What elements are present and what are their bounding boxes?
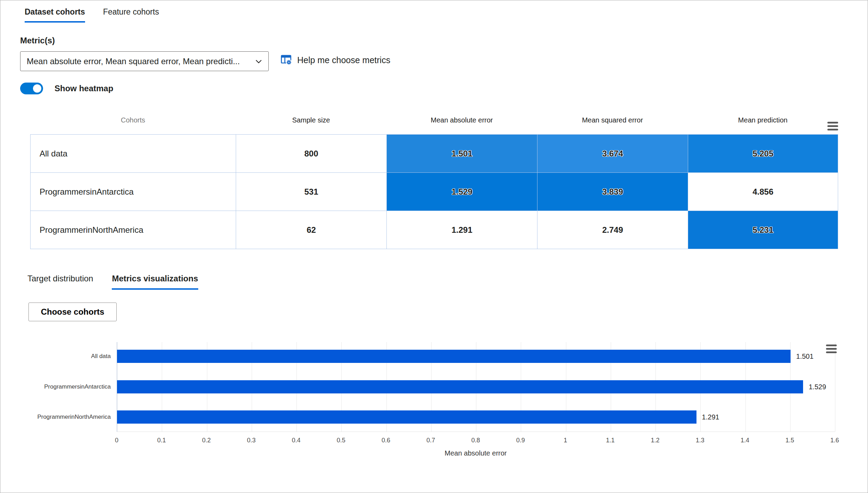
metrics-dropdown-value: Mean absolute error, Mean squared error,…	[27, 57, 240, 66]
cohort-heatmap-table: All data8001.5013.6745.205ProgrammersinA…	[30, 134, 838, 249]
x-tick-label: 0.9	[516, 437, 525, 444]
table-row-metric-value: 5.205	[688, 135, 838, 173]
cohort-table-header: Cohorts Sample size Mean absolute error …	[30, 116, 838, 124]
bar-value-label: 1.529	[809, 380, 826, 393]
table-row-metric-value: 4.856	[688, 173, 838, 211]
table-row-sample-size: 800	[236, 135, 387, 173]
x-tick-label: 0.4	[292, 437, 300, 444]
x-tick-label: 1.3	[696, 437, 704, 444]
table-row-metric-value: 1.501	[387, 135, 537, 173]
tab-metrics-visualizations[interactable]: Metrics visualizations	[112, 274, 198, 290]
x-tick-label: 1	[564, 437, 567, 444]
chart-bar[interactable]	[117, 410, 696, 424]
hamburger-menu-icon	[826, 345, 837, 346]
chart-menu-button[interactable]	[826, 345, 837, 353]
visualization-tab-bar: Target distribution Metrics visualizatio…	[27, 274, 198, 290]
table-row-metric-value: 1.291	[387, 211, 537, 249]
column-header-mean-prediction: Mean prediction	[688, 116, 838, 124]
x-tick-label: 1.6	[830, 437, 839, 444]
x-tick-label: 0.3	[247, 437, 256, 444]
hamburger-menu-icon	[826, 348, 837, 350]
toggle-knob	[33, 84, 41, 93]
chart-x-axis-ticks: 00.10.20.30.40.50.60.70.80.911.11.21.31.…	[117, 437, 835, 446]
x-tick-label: 1.5	[785, 437, 794, 444]
top-tab-bar: Dataset cohorts Feature cohorts	[25, 7, 159, 23]
y-category-label: ProgrammerinNorthAmerica	[21, 414, 111, 420]
hamburger-menu-icon	[827, 122, 838, 124]
bar-chart-plot-area: 1.5011.5291.291	[117, 342, 835, 432]
x-tick-label: 0	[115, 437, 118, 444]
table-row-cohort-name: ProgrammersinAntarctica	[31, 173, 236, 211]
chart-x-axis-title: Mean absolute error	[117, 449, 835, 457]
hamburger-menu-icon	[827, 129, 838, 130]
x-tick-label: 0.5	[337, 437, 345, 444]
table-row-metric-value: 5.231	[688, 211, 838, 249]
column-header-mae: Mean absolute error	[386, 116, 537, 124]
x-tick-label: 1.4	[741, 437, 749, 444]
metrics-label: Metric(s)	[20, 36, 55, 45]
table-menu-button[interactable]	[827, 122, 838, 130]
metrics-dropdown[interactable]: Mean absolute error, Mean squared error,…	[20, 51, 269, 71]
bar-value-label: 1.291	[702, 410, 719, 424]
x-tick-label: 0.7	[426, 437, 435, 444]
x-tick-label: 1.2	[651, 437, 659, 444]
x-tick-label: 1.1	[606, 437, 615, 444]
chart-bar[interactable]	[117, 350, 791, 363]
column-header-sample-size: Sample size	[236, 116, 386, 124]
hamburger-menu-icon	[826, 351, 837, 353]
x-tick-label: 0.8	[471, 437, 480, 444]
table-row-sample-size: 531	[236, 173, 387, 211]
tab-dataset-cohorts[interactable]: Dataset cohorts	[25, 7, 85, 23]
table-row-metric-value: 3.674	[537, 135, 688, 173]
chevron-down-icon	[254, 57, 264, 68]
bar-value-label: 1.501	[796, 350, 813, 363]
chart-y-axis-labels: All dataProgrammersinAntarcticaProgramme…	[21, 342, 111, 432]
dataset-cohorts-page: Dataset cohorts Feature cohorts Metric(s…	[0, 0, 868, 493]
help-me-choose-metrics-label: Help me choose metrics	[297, 55, 390, 65]
y-category-label: All data	[21, 353, 111, 360]
show-heatmap-label: Show heatmap	[55, 84, 113, 93]
help-me-choose-metrics-button[interactable]: Help me choose metrics	[280, 53, 390, 67]
chart-gridline	[835, 342, 835, 432]
table-row-metric-value: 2.749	[537, 211, 688, 249]
column-header-cohorts: Cohorts	[30, 116, 236, 124]
x-tick-label: 0.2	[202, 437, 211, 444]
table-row-metric-value: 3.839	[537, 173, 688, 211]
table-row-cohort-name: ProgrammerinNorthAmerica	[31, 211, 236, 249]
tab-feature-cohorts[interactable]: Feature cohorts	[103, 7, 159, 23]
x-tick-label: 0.6	[382, 437, 390, 444]
hamburger-menu-icon	[827, 125, 838, 127]
show-heatmap-toggle[interactable]	[20, 83, 43, 94]
table-settings-icon	[280, 53, 292, 67]
column-header-mse: Mean squared error	[537, 116, 688, 124]
chart-bar[interactable]	[117, 380, 803, 393]
table-row-cohort-name: All data	[31, 135, 236, 173]
choose-cohorts-button[interactable]: Choose cohorts	[28, 303, 117, 321]
x-tick-label: 0.1	[157, 437, 166, 444]
tab-target-distribution[interactable]: Target distribution	[27, 274, 93, 290]
y-category-label: ProgrammersinAntarctica	[21, 383, 111, 390]
table-row-sample-size: 62	[236, 211, 387, 249]
table-row-metric-value: 1.529	[387, 173, 537, 211]
